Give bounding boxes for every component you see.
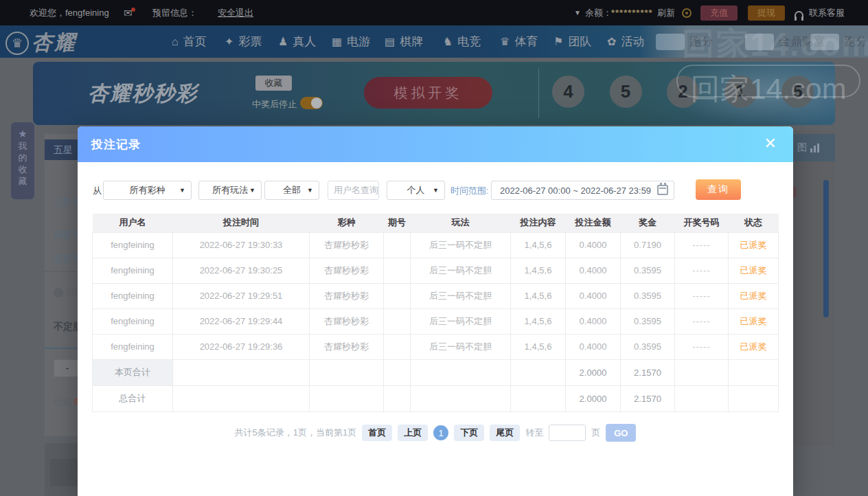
table-row: fengfeining2022-06-27 19:30:33杏耀秒秒彩后三一码不…: [93, 232, 779, 258]
nav-item-团队[interactable]: ⚑团队: [553, 25, 591, 58]
scope-select[interactable]: 个人▼: [387, 181, 445, 200]
home-icon: ⌂: [172, 36, 179, 48]
first-page-button[interactable]: 首页: [362, 425, 392, 441]
simulate-draw-button[interactable]: 模拟开奖: [364, 77, 492, 109]
cell: [384, 308, 411, 334]
current-page[interactable]: 1: [433, 425, 448, 440]
cell: fengfeining: [93, 283, 173, 308]
link-3star[interactable]: 三星不定胆: [54, 196, 78, 208]
time-range-input[interactable]: 2022-06-27 00:00 ~ 2022-06-27 23:59: [491, 181, 674, 200]
cell: 0.3595: [621, 334, 675, 359]
cell: [729, 385, 779, 412]
tab-wuxing[interactable]: 五星: [45, 139, 78, 160]
favorite-button[interactable]: 收藏: [255, 76, 292, 91]
bet-records-modal: 投注记录 ✕ 从 所有彩种▼ 所有玩法▼ 全部▼ 用户名查询 个人▼ 时间范围:…: [78, 126, 793, 496]
left-panel: 五星 三星不定胆 四星不定胆 五星不定胆 !说明 不定胆 - 已选 0: [45, 134, 78, 436]
lottery-select[interactable]: 所有彩种▼: [103, 181, 192, 200]
last-page-button[interactable]: 尾页: [490, 425, 520, 441]
cell: 0.4000: [566, 258, 621, 283]
col-header: 期号: [384, 214, 411, 232]
nav-item-体育[interactable]: ♛体育: [500, 25, 538, 58]
query-button[interactable]: 查询: [696, 179, 741, 200]
nav-item-电游[interactable]: ▦电游: [332, 25, 370, 58]
logout-link[interactable]: 安全退出: [218, 0, 253, 25]
refresh-button[interactable]: 刷新: [657, 0, 675, 25]
cell: -----: [675, 232, 729, 258]
prev-page-button[interactable]: 上页: [398, 425, 428, 441]
draw-number-1: 4: [552, 76, 584, 108]
topbar: 欢迎您，fengfeining ✉ 预留信息： 安全退出 ▼ 余额： *****…: [0, 0, 868, 25]
nav-item-电竞[interactable]: ♞电竞: [443, 25, 481, 58]
cell: 1,4,5,6: [511, 283, 566, 308]
eye-icon[interactable]: [682, 0, 692, 25]
nav-item-棋牌[interactable]: ▤棋牌: [385, 25, 423, 58]
calendar-icon[interactable]: [657, 185, 668, 195]
site-logo[interactable]: ♛ 杏耀: [5, 29, 77, 57]
cell: 1,4,5,6: [511, 258, 566, 283]
cell: 2022-06-27 19:30:33: [173, 232, 310, 258]
recharge-button[interactable]: 充值: [700, 5, 738, 21]
link-5star[interactable]: 五星不定胆: [54, 253, 78, 265]
balance-chevron-icon[interactable]: ▼: [574, 0, 581, 25]
summary-row: 本页合计2.00002.1570: [93, 359, 779, 385]
scrollbar[interactable]: [823, 180, 829, 317]
cell: [310, 359, 384, 385]
nav-item-首页[interactable]: ⌂首页: [172, 25, 207, 58]
withdraw-button[interactable]: 提现: [748, 5, 785, 21]
cell: [384, 334, 411, 359]
table-row: fengfeining2022-06-27 19:29:44杏耀秒秒彩后三一码不…: [93, 308, 779, 334]
left-box-inner: [50, 459, 78, 486]
modal-header: 投注记录 ✕: [78, 126, 793, 162]
lottery-name: 杏耀秒秒彩: [88, 80, 198, 108]
cell: fengfeining: [93, 308, 173, 334]
nav-item-彩票[interactable]: ✦彩票: [225, 25, 262, 58]
cell: fengfeining: [93, 334, 173, 359]
next-page-button[interactable]: 下页: [454, 425, 484, 441]
minus-button[interactable]: -: [54, 359, 78, 377]
draw-number-2: 5: [610, 76, 642, 108]
play-select[interactable]: 所有玩法▼: [198, 181, 262, 200]
cell: fengfeining: [93, 232, 173, 258]
nav-item-真人[interactable]: ♟真人: [278, 25, 316, 58]
modal-close-icon[interactable]: ✕: [764, 134, 777, 153]
cell: 0.4000: [566, 334, 621, 359]
col-header: 投注时间: [173, 214, 310, 232]
app: 欢迎您，fengfeining ✉ 预留信息： 安全退出 ▼ 余额： *****…: [0, 0, 868, 496]
col-header: 开奖号码: [675, 214, 729, 232]
stop-after-win-toggle[interactable]: [300, 97, 323, 109]
support-link[interactable]: 联系客服: [809, 0, 845, 25]
col-header: 奖金: [621, 214, 675, 232]
cell: [411, 385, 511, 412]
cell: 1,4,5,6: [511, 334, 566, 359]
cell: 杏耀秒秒彩: [310, 283, 384, 308]
cell: 0.7190: [621, 232, 675, 258]
status-select[interactable]: 全部▼: [264, 181, 319, 200]
cell: 0.4000: [566, 308, 621, 334]
my-favorites-tab[interactable]: ★ 我的收藏: [11, 122, 34, 199]
cell: [310, 385, 384, 412]
time-range-label: 时间范围:: [450, 185, 489, 197]
crown-icon: ♛: [5, 32, 29, 55]
username-input[interactable]: 用户名查询: [328, 181, 379, 200]
modal-title: 投注记录: [91, 137, 141, 153]
nav-item-活动[interactable]: ✿活动: [607, 25, 644, 58]
cell: [675, 359, 729, 385]
mail-icon[interactable]: ✉: [124, 0, 133, 25]
stop-after-win-label: 中奖后停止: [252, 98, 297, 111]
esports-icon: ♞: [443, 35, 453, 48]
cell: -----: [675, 334, 729, 359]
cell: 2.1570: [621, 359, 675, 385]
goto-page-input[interactable]: [549, 425, 586, 441]
go-button[interactable]: GO: [606, 424, 636, 442]
pagination: 共计5条记录，1页，当前第1页 首页 上页 1 下页 尾页 转至 页 GO: [78, 423, 793, 442]
balance-masked: **********: [611, 0, 653, 25]
trend-chart-button[interactable]: 图: [793, 134, 835, 161]
img-icon: [656, 34, 685, 50]
cell: [511, 385, 566, 412]
link-4star[interactable]: 四星不定胆: [54, 229, 78, 241]
table-row: fengfeining2022-06-27 19:30:25杏耀秒秒彩后三一码不…: [93, 258, 779, 283]
mail-badge: [131, 8, 135, 12]
cell: 已派奖: [729, 334, 779, 359]
note-row: !说明: [54, 286, 78, 299]
col-header: 投注金额: [566, 214, 621, 232]
